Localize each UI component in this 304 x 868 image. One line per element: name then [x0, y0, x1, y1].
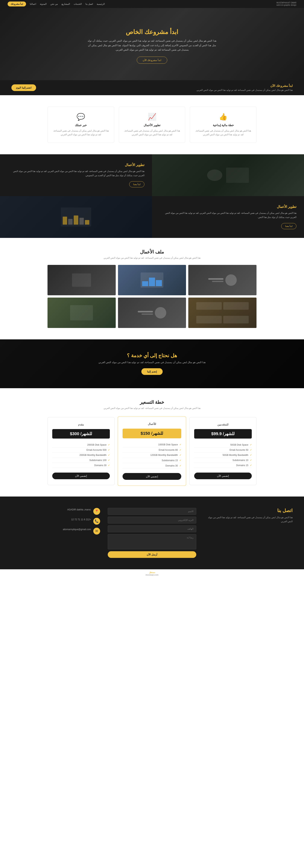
contact-detail-phone: 📞 +212 6 11 71 72 12	[11, 518, 100, 525]
pricing-label-3: مقدم	[52, 423, 110, 426]
pricing-feature-1-1: 50GB Disk Space	[194, 442, 252, 447]
promo-desc-1: هذا النص هو مثال لنص يمكن أن يستبدل في ن…	[8, 169, 144, 178]
logo: MUSTAPHA AIT OMAR web & & graphic design	[276, 2, 296, 6]
contact-description: هذا النص هو مثال لنص يمكن أن يستبدل في ن…	[204, 516, 293, 524]
contact-details: 📍 AGADIR dakhla ,maroc 📞 +212 6 11 71 72…	[11, 508, 100, 558]
contact-info: اتصل بنا هذا النص هو مثال لنص يمكن أن يس…	[204, 508, 293, 558]
feature-title-2: تطوير الأعمال	[123, 124, 181, 127]
pricing-feature-1-3: 50GB Monthly Bandwidth	[194, 453, 252, 458]
contact-submit-button[interactable]: أرسل الآن	[108, 551, 196, 558]
pricing-feature-1-4: 10 Subdomains	[194, 458, 252, 463]
feature-icon-3: 💬	[52, 113, 110, 121]
pricing-cta-1[interactable]: إنضمي الآن	[194, 472, 252, 479]
pricing-feature-3-4: 100 Subdomains	[52, 458, 110, 463]
nav-contact[interactable]: اتصل بنا	[86, 3, 93, 5]
pricing-feature-2-4: 15 Subdomains	[123, 458, 181, 463]
contact-email-input[interactable]	[108, 517, 196, 524]
pricing-feature-2-2: 80 Email Accounts	[123, 447, 181, 453]
watermark: مستقل mostaql.com	[0, 569, 304, 578]
cta-bar-description: هذا النص هو مثال لنص يمكن أن يستبدل في ن…	[196, 89, 293, 91]
portfolio-title: ملف الأعمال	[11, 249, 293, 255]
promo-image-2	[0, 196, 152, 238]
features-grid: 👍 خطة مالية إبداعية هذا النص هو مثال لنص…	[48, 106, 256, 143]
pricing-price-box-3: للشهر/ 300$	[52, 429, 110, 439]
pricing-feature-1-2: 50 Email Accounts	[194, 447, 252, 453]
pricing-price-1: للشهر/ 99.9$	[196, 431, 249, 436]
nav-home[interactable]: الرئيسية	[97, 3, 105, 5]
pricing-price-box-2: للشهر/ 150$	[123, 429, 181, 438]
cta-dark-button[interactable]: إنضم إلينا	[141, 368, 163, 375]
pricing-subtitle: هذا النص هو مثال لنص يمكن أن يستبدل في ن…	[11, 407, 293, 409]
pricing-cta-2[interactable]: إنضمي الآن	[123, 473, 181, 480]
pricing-grid: للمتقدمين للشهر/ 99.9$ 50GB Disk Space 5…	[48, 417, 256, 485]
pricing-features-2: 100GB Disk Space 80 Email Accounts 120GB…	[123, 442, 181, 468]
hero-title: ابدأ مشروعك الخاص	[86, 28, 218, 35]
hero-content: ابدأ مشروعك الخاص هذا النص هو مثال لنص ي…	[86, 28, 218, 63]
contact-message-input[interactable]	[108, 534, 196, 549]
portfolio-item-4[interactable]	[188, 298, 256, 328]
nav-portfolio[interactable]: اعمالنا	[30, 3, 36, 5]
portfolio-section: ملف الأعمال هذا النص هو مثال لنص يمكن أن…	[0, 238, 304, 339]
promo-btn-1[interactable]: ابدأ معنا	[129, 181, 144, 187]
pricing-features-1: 50GB Disk Space 50 Email Accounts 50GB M…	[194, 442, 252, 468]
pricing-card-3: مقدم للشهر/ 300$ 200GB Disk Space 500 Em…	[48, 417, 115, 485]
cta-bar-button[interactable]: انضم إلينا اليوم	[11, 84, 36, 91]
feature-card-2: 📈 تطوير الأعمال هذا النص هو مثال لنص يمك…	[119, 106, 185, 143]
feature-card-3: 💬 خبر عملك هذا النص هو مثال لنص يمكن أن …	[48, 106, 114, 143]
portfolio-subtitle: هذا النص هو مثال لنص يمكن أن يستبدل في ن…	[11, 256, 293, 259]
nav-blog[interactable]: المدونة	[40, 3, 47, 5]
hero-section: ابدأ مشروعك الخاص هذا النص هو مثال لنص ي…	[0, 8, 304, 80]
contact-email-text: aitomarmylique@gmail.com	[63, 528, 91, 531]
hero-cta-button[interactable]: ابدأ مشروعك الآن	[137, 57, 167, 64]
contact-name-input[interactable]	[108, 508, 196, 515]
pricing-price-3: للشهر/ 300$	[55, 431, 108, 436]
portfolio-item-3[interactable]	[48, 265, 116, 295]
cta-bar: ابدأ مشروعك الآن هذا النص هو مثال لنص يم…	[0, 80, 304, 95]
feature-title-1: خطة مالية إبداعية	[194, 124, 252, 127]
location-icon: 📍	[93, 508, 100, 515]
feature-desc-2: هذا النص هو مثال لنص يمكن أن يستبدل في ن…	[123, 129, 181, 136]
promo-btn-2[interactable]: ابدأ معنا	[281, 223, 296, 229]
pricing-card-2: للأعمال للشهر/ 150$ 100GB Disk Space 80 …	[118, 416, 186, 486]
promo-title-1: تطوير الأعمال	[8, 163, 144, 167]
pricing-feature-3-2: 500 Email Accounts	[52, 447, 110, 453]
portfolio-image-1	[188, 265, 256, 295]
portfolio-item-2[interactable]	[118, 265, 186, 295]
navbar-cta-button[interactable]: ابدأ مشروعك	[8, 2, 26, 6]
pricing-label-2: للأعمال	[123, 423, 181, 426]
contact-detail-address: 📍 AGADIR dakhla ,maroc	[11, 508, 100, 515]
nav-projects[interactable]: المشاريع	[62, 3, 70, 5]
promo-title-2: تطوير الأعمال	[160, 205, 296, 209]
cta-bar-title: ابدأ مشروعك الآن	[196, 84, 293, 88]
portfolio-image-2	[118, 265, 186, 295]
portfolio-image-6	[48, 298, 116, 328]
pricing-feature-2-1: 100GB Disk Space	[123, 442, 181, 447]
portfolio-item-5[interactable]	[118, 298, 186, 328]
contact-detail-email: ✉ aitomarmylique@gmail.com	[11, 528, 100, 534]
promo-image-1	[152, 154, 304, 196]
watermark-url: mostaql.com	[146, 574, 158, 576]
promo-content-2: تطوير الأعمال هذا النص هو مثال لنص يمكن …	[152, 196, 304, 238]
pricing-price-box-1: للشهر/ 99.9$	[194, 429, 252, 439]
promo-section-2: تطوير الأعمال هذا النص هو مثال لنص يمكن …	[0, 196, 304, 238]
nav-about[interactable]: من نحن	[50, 3, 58, 5]
contact-phone-input[interactable]	[108, 525, 196, 532]
promo-content-1: تطوير الأعمال هذا النص هو مثال لنص يمكن …	[0, 154, 152, 196]
pricing-feature-3-3: 200GB Monthly Bandwidth	[52, 453, 110, 458]
cta-bar-text: ابدأ مشروعك الآن هذا النص هو مثال لنص يم…	[196, 84, 293, 91]
hero-description: هذا النص هو مثال لنص يمكن أن يستبدل في ن…	[86, 38, 218, 52]
portfolio-item-6[interactable]	[48, 298, 116, 328]
cta-dark-description: هذا النص هو مثال لنص يمكن أن يستبدل في ن…	[98, 361, 206, 364]
watermark-site: مستقل	[149, 571, 155, 574]
pricing-title: خطة التسعير	[11, 400, 293, 405]
pricing-cta-3[interactable]: إنضمي الآن	[52, 472, 110, 479]
logo-name: MUSTAPHA AIT OMAR	[276, 2, 296, 4]
pricing-feature-2-3: 120GB Monthly Bandwidth	[123, 453, 181, 458]
pricing-feature-3-1: 200GB Disk Space	[52, 442, 110, 447]
nav-services[interactable]: الخدمات	[74, 3, 82, 5]
email-icon: ✉	[93, 528, 100, 534]
contact-form: أرسل الآن	[108, 508, 196, 558]
feature-icon-2: 📈	[123, 113, 181, 121]
portfolio-item-1[interactable]	[188, 265, 256, 295]
promo-overlay-2	[0, 196, 152, 238]
